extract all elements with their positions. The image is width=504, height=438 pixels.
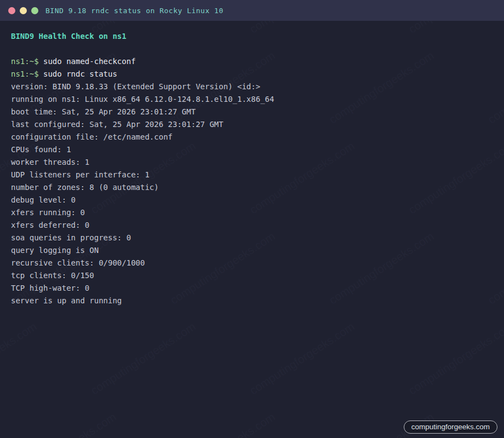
output-line: number of zones: 8 (0 automatic)	[11, 181, 493, 194]
close-button[interactable]	[8, 7, 15, 14]
output-line: xfers running: 0	[11, 206, 493, 219]
blank-line	[11, 43, 493, 55]
diagonal-watermark-text: computingforgeeks.com	[406, 320, 504, 397]
output-line: soa queries in progress: 0	[11, 232, 493, 244]
diagonal-watermark-text: computingforgeeks.com	[0, 320, 39, 397]
diagonal-watermark-text: computingforgeeks.com	[247, 320, 357, 397]
output-line: boot time: Sat, 25 Apr 2026 23:01:27 GMT	[11, 106, 493, 118]
output-line: running on ns1: Linux x86_64 6.12.0-124.…	[11, 93, 493, 106]
diagonal-watermark-text: computingforgeeks.com	[9, 410, 118, 438]
output-line: CPUs found: 1	[11, 143, 493, 156]
output-line: tcp clients: 0/150	[11, 269, 493, 282]
watermark-badge: computingforgeeks.com	[404, 420, 497, 434]
terminal-content: BIND9 Health Check on ns1 ns1:~$ sudo na…	[0, 21, 504, 307]
output-line: TCP high-water: 0	[11, 282, 493, 295]
command-text: sudo named-checkconf	[39, 57, 136, 66]
diagonal-watermark-text: computingforgeeks.com	[168, 410, 277, 438]
output-line: last configured: Sat, 25 Apr 2026 23:01:…	[11, 118, 493, 131]
output-line: server is up and running	[11, 295, 493, 307]
command-line: ns1:~$ sudo named-checkconf	[11, 55, 493, 68]
terminal-window: BIND 9.18 rndc status on Rocky Linux 10 …	[0, 0, 504, 438]
diagonal-watermark-text: computingforgeeks.com	[88, 320, 198, 397]
output-line: xfers deferred: 0	[11, 219, 493, 232]
terminal-heading: BIND9 Health Check on ns1	[11, 30, 493, 43]
maximize-button[interactable]	[31, 7, 38, 14]
command-text: sudo rndc status	[39, 70, 117, 78]
output-line: configuration file: /etc/named.conf	[11, 131, 493, 143]
minimize-button[interactable]	[20, 7, 27, 14]
window-title: BIND 9.18 rndc status on Rocky Linux 10	[45, 7, 224, 15]
output-line: version: BIND 9.18.33 (Extended Support …	[11, 80, 493, 93]
shell-prompt: ns1:~$	[11, 70, 39, 78]
output-line: UDP listeners per interface: 1	[11, 169, 493, 181]
output-line: debug level: 0	[11, 194, 493, 206]
command-line: ns1:~$ sudo rndc status	[11, 68, 493, 80]
output-line: worker threads: 1	[11, 156, 493, 169]
output-line: recursive clients: 0/900/1000	[11, 257, 493, 269]
terminal-screen[interactable]: computingforgeeks.comcomputingforgeeks.c…	[0, 21, 504, 438]
shell-prompt: ns1:~$	[11, 57, 39, 66]
titlebar[interactable]: BIND 9.18 rndc status on Rocky Linux 10	[0, 0, 504, 21]
terminal-lines: ns1:~$ sudo named-checkconfns1:~$ sudo r…	[11, 43, 493, 307]
output-line: query logging is ON	[11, 244, 493, 257]
